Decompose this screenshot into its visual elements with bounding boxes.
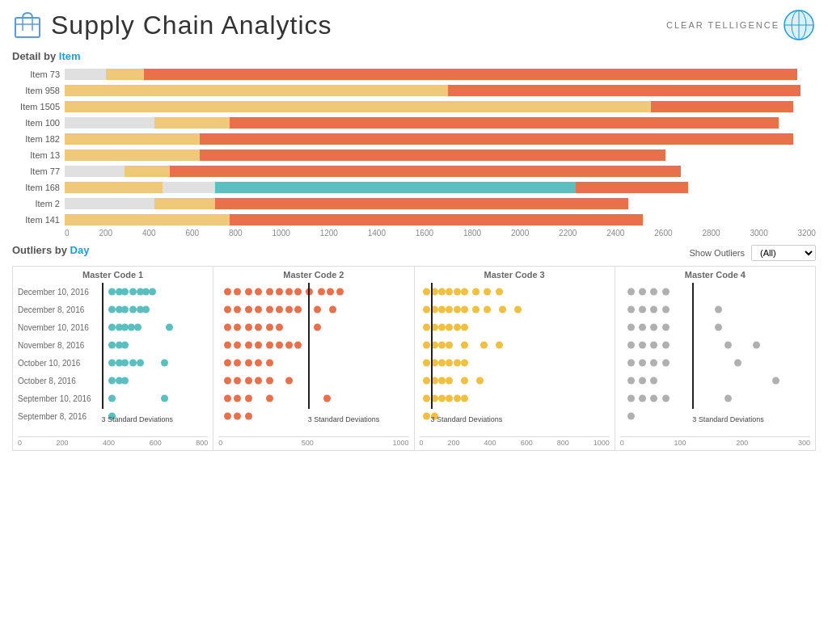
bar-track[interactable]: 2K — [65, 166, 816, 177]
dot[interactable] — [423, 288, 430, 296]
dot[interactable] — [255, 288, 262, 296]
dot[interactable] — [627, 413, 635, 420]
outliers-dimension[interactable]: Day — [70, 244, 90, 256]
dot[interactable] — [423, 306, 430, 314]
dot[interactable] — [224, 395, 231, 402]
dot[interactable] — [627, 324, 635, 331]
dot[interactable] — [662, 306, 670, 314]
dot[interactable] — [496, 342, 503, 349]
dot[interactable] — [639, 324, 646, 331]
dot[interactable] — [294, 288, 302, 296]
dot[interactable] — [129, 306, 137, 314]
dot[interactable] — [650, 324, 657, 331]
dot[interactable] — [276, 342, 283, 349]
dot[interactable] — [294, 342, 302, 349]
dot[interactable] — [245, 360, 252, 367]
dot[interactable] — [285, 306, 293, 314]
dot[interactable] — [454, 360, 461, 367]
dot[interactable] — [650, 360, 657, 367]
dot[interactable] — [266, 342, 273, 349]
dot[interactable] — [285, 342, 293, 349]
dot[interactable] — [423, 324, 430, 331]
dot[interactable] — [650, 377, 657, 385]
dot[interactable] — [454, 288, 461, 296]
dot[interactable] — [149, 288, 156, 296]
dot[interactable] — [234, 306, 241, 314]
dot[interactable] — [266, 324, 273, 331]
dot[interactable] — [627, 395, 635, 402]
dot[interactable] — [480, 342, 488, 349]
dot[interactable] — [438, 377, 446, 385]
dot[interactable] — [108, 360, 116, 367]
dot[interactable] — [446, 395, 453, 402]
dot[interactable] — [639, 288, 646, 296]
dot[interactable] — [129, 360, 137, 367]
dot[interactable] — [662, 342, 670, 349]
dot[interactable] — [438, 288, 446, 296]
dot[interactable] — [108, 395, 116, 402]
dot[interactable] — [662, 360, 670, 367]
dot[interactable] — [234, 377, 241, 385]
dot[interactable] — [461, 324, 468, 331]
dot[interactable] — [514, 306, 522, 314]
bar-track[interactable]: 2K — [65, 149, 816, 161]
dot[interactable] — [734, 360, 741, 367]
dot[interactable] — [161, 395, 168, 402]
dot[interactable] — [245, 288, 252, 296]
dot[interactable] — [121, 288, 129, 296]
dot[interactable] — [639, 360, 646, 367]
dot[interactable] — [323, 395, 331, 402]
bar-track[interactable]: 3K — [65, 85, 816, 96]
dot[interactable] — [234, 342, 241, 349]
dot[interactable] — [423, 377, 430, 385]
dot[interactable] — [234, 288, 241, 296]
dot[interactable] — [108, 288, 116, 296]
dot[interactable] — [423, 342, 430, 349]
dot[interactable] — [454, 324, 461, 331]
dot[interactable] — [446, 360, 453, 367]
bar-track[interactable]: 3K — [65, 117, 816, 128]
bar-track[interactable]: 3K — [65, 69, 816, 80]
dot[interactable] — [446, 288, 453, 296]
dot[interactable] — [276, 288, 283, 296]
bar-track[interactable]: 2K — [65, 214, 816, 225]
dot[interactable] — [224, 342, 231, 349]
dot[interactable] — [245, 342, 252, 349]
dot[interactable] — [285, 377, 293, 385]
dot[interactable] — [255, 324, 262, 331]
dot[interactable] — [724, 342, 732, 349]
dot[interactable] — [461, 377, 468, 385]
dot[interactable] — [314, 324, 321, 331]
dot[interactable] — [446, 306, 453, 314]
dot[interactable] — [255, 342, 262, 349]
dot[interactable] — [461, 342, 468, 349]
bar-track[interactable]: 2K — [65, 182, 816, 193]
dot[interactable] — [255, 360, 262, 367]
dot[interactable] — [234, 360, 241, 367]
dot[interactable] — [423, 413, 430, 420]
dot[interactable] — [224, 360, 231, 367]
dot[interactable] — [245, 324, 252, 331]
bar-track[interactable]: 2K — [65, 198, 816, 209]
dot[interactable] — [715, 306, 722, 314]
dot[interactable] — [121, 377, 129, 385]
dot[interactable] — [134, 324, 142, 331]
dot[interactable] — [662, 288, 670, 296]
dot[interactable] — [255, 306, 262, 314]
dot[interactable] — [234, 395, 241, 402]
dot[interactable] — [438, 342, 446, 349]
dot[interactable] — [772, 377, 779, 385]
dot[interactable] — [224, 413, 231, 420]
dot[interactable] — [336, 288, 344, 296]
bar-track[interactable]: 3K — [65, 101, 816, 112]
dot[interactable] — [662, 395, 670, 402]
dot[interactable] — [129, 288, 137, 296]
dot[interactable] — [306, 288, 313, 296]
dot[interactable] — [266, 360, 273, 367]
dot[interactable] — [121, 360, 129, 367]
dot[interactable] — [224, 306, 231, 314]
dot[interactable] — [266, 306, 273, 314]
dot[interactable] — [276, 306, 283, 314]
dot[interactable] — [650, 288, 657, 296]
dot[interactable] — [108, 342, 116, 349]
